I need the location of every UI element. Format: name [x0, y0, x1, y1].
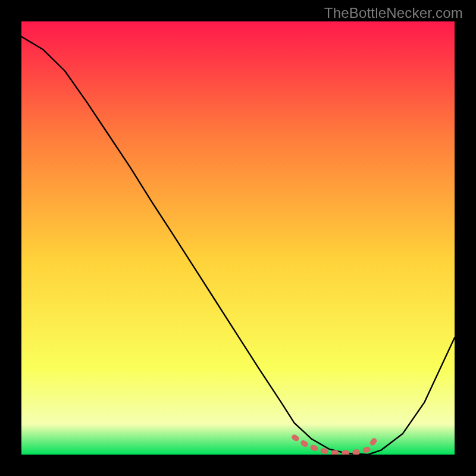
plot-area: [21, 21, 455, 455]
chart-frame: TheBottleNecker.com: [0, 0, 476, 476]
chart-svg: [21, 21, 455, 455]
gradient-background: [21, 21, 455, 455]
attribution-text: TheBottleNecker.com: [324, 5, 463, 21]
